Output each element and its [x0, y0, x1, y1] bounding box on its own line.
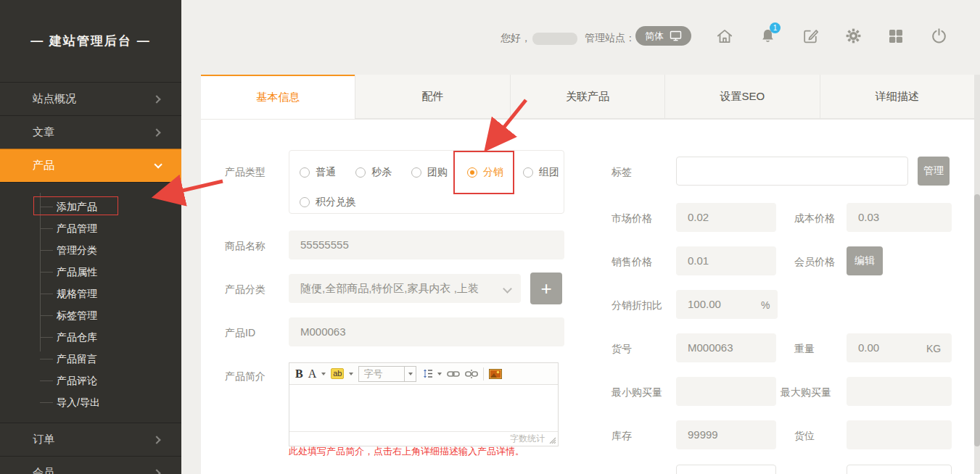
home-icon[interactable]: [715, 27, 734, 46]
language-switch-button[interactable]: 简体: [635, 26, 691, 46]
radio-dot: [523, 167, 533, 178]
toolbar-separator: [483, 367, 484, 381]
tags-input[interactable]: [676, 157, 908, 186]
logout-power-icon[interactable]: [929, 27, 948, 46]
intro-hint-text: 此处填写产品简介，点击右上角详细描述输入产品详情。: [289, 445, 524, 458]
radio-team-buy[interactable]: 组团: [523, 166, 559, 179]
product-id-input[interactable]: M000063: [289, 317, 564, 346]
language-label: 简体: [645, 30, 664, 43]
chevron-right-icon: [152, 436, 160, 444]
weight-label: 重量: [794, 343, 815, 356]
edit-icon[interactable]: [801, 27, 820, 46]
submenu-item-product-management[interactable]: 产品管理: [0, 217, 181, 239]
submenu-item-product-reviews[interactable]: 产品评论: [0, 370, 181, 391]
partial-input-left[interactable]: [676, 465, 776, 474]
sidebar: — 建站管理后台 — 站点概况 文章 产品 添加产品 产品管理 管理分类 产品属…: [0, 0, 181, 474]
product-category-select[interactable]: 随便,全部商品,特价区,家具内衣 ,上装: [289, 274, 521, 303]
submenu-item-product-messages[interactable]: 产品留言: [0, 348, 181, 370]
submenu-item-product-warehouse[interactable]: 产品仓库: [0, 326, 181, 348]
editor-content-area[interactable]: [289, 385, 558, 431]
annotation-box-add-product: [33, 196, 118, 215]
bold-icon[interactable]: B: [295, 367, 303, 381]
radio-dot: [300, 167, 310, 178]
item-no-label: 货号: [612, 343, 632, 356]
username-redacted: [532, 33, 577, 45]
kg-unit: KG: [926, 343, 941, 354]
edit-member-price-button[interactable]: 编辑: [847, 246, 883, 275]
tab-detailed-description[interactable]: 详细描述: [820, 75, 974, 119]
submenu-item-spec-management[interactable]: 规格管理: [0, 283, 181, 304]
settings-gear-icon[interactable]: [844, 27, 862, 46]
market-price-label: 市场价格: [612, 212, 652, 225]
highlight-caret-icon[interactable]: [349, 373, 353, 375]
sidebar-item-members[interactable]: 会员: [0, 456, 181, 474]
stock-input[interactable]: 99999: [676, 420, 776, 449]
product-category-label: 产品分类: [225, 283, 265, 296]
app-window: — 建站管理后台 — 站点概况 文章 产品 添加产品 产品管理 管理分类 产品属…: [0, 0, 980, 474]
location-input[interactable]: [847, 420, 952, 449]
radio-group-buy[interactable]: 团购: [411, 166, 448, 179]
apps-grid-icon[interactable]: [886, 27, 905, 46]
product-intro-label: 产品简介: [225, 370, 265, 383]
remove-link-icon[interactable]: [465, 369, 478, 379]
item-no-input[interactable]: M000063: [676, 333, 776, 362]
product-name-input[interactable]: 55555555: [289, 230, 564, 259]
submenu-item-tag-management[interactable]: 标签管理: [0, 304, 181, 326]
vertical-scrollbar[interactable]: [974, 75, 980, 474]
partial-input-right[interactable]: [847, 465, 952, 474]
tags-label: 标签: [612, 166, 632, 179]
manage-tags-button[interactable]: 管理: [918, 157, 950, 186]
tab-seo-settings[interactable]: 设置SEO: [664, 75, 819, 119]
insert-image-icon[interactable]: [489, 369, 502, 379]
tab-basic-info[interactable]: 基本信息: [201, 75, 355, 119]
max-purchase-input[interactable]: [847, 377, 952, 406]
editor-toolbar: B A ab 字号: [289, 363, 558, 385]
submenu-item-product-attributes[interactable]: 产品属性: [0, 261, 181, 283]
sidebar-item-articles[interactable]: 文章: [0, 115, 181, 149]
manage-site-label: 管理站点：: [585, 32, 635, 45]
distribution-discount-label: 分销折扣比: [612, 299, 662, 312]
font-color-caret-icon[interactable]: [321, 373, 326, 375]
sidebar-item-orders[interactable]: 订单: [0, 423, 181, 456]
greeting-text: 您好，: [501, 32, 531, 45]
resize-handle[interactable]: [548, 436, 556, 444]
radio-flash-sale[interactable]: 秒杀: [355, 166, 392, 179]
chevron-right-icon: [152, 128, 160, 136]
editor-statusbar: 字数统计: [289, 431, 558, 446]
line-height-caret-icon[interactable]: [437, 373, 442, 375]
market-price-input[interactable]: 0.02: [676, 203, 776, 232]
cost-price-input[interactable]: 0.03: [847, 203, 952, 232]
radio-normal[interactable]: 普通: [300, 166, 336, 179]
sidebar-item-label: 站点概况: [33, 92, 76, 106]
notifications-bell-icon[interactable]: 1: [758, 27, 777, 46]
font-color-icon[interactable]: A: [308, 367, 317, 381]
chevron-right-icon: [152, 95, 160, 103]
insert-link-icon[interactable]: [447, 370, 460, 378]
monitor-icon: [670, 30, 682, 41]
product-id-label: 产品ID: [225, 327, 255, 340]
rich-text-editor: B A ab 字号: [289, 362, 559, 446]
line-height-icon[interactable]: [421, 368, 432, 379]
main-panel: 基本信息 配件 关联产品 设置SEO 详细描述 产品类型 普通 秒杀 团购 分销…: [201, 75, 974, 474]
font-size-select[interactable]: 字号: [358, 366, 416, 382]
location-label: 货位: [794, 430, 815, 443]
chevron-right-icon: [152, 469, 160, 474]
sidebar-item-site-overview[interactable]: 站点概况: [0, 82, 181, 115]
tab-bar: 基本信息 配件 关联产品 设置SEO 详细描述: [201, 75, 974, 120]
submenu-item-import-export[interactable]: 导入/导出: [0, 391, 181, 413]
min-purchase-input[interactable]: [676, 377, 776, 406]
scrollbar-thumb[interactable]: [974, 194, 980, 446]
radio-dot: [411, 167, 421, 178]
chevron-down-icon: [503, 284, 512, 294]
add-category-button[interactable]: +: [530, 273, 562, 304]
chevron-down-icon: [154, 160, 162, 168]
submenu-item-manage-categories[interactable]: 管理分类: [0, 239, 181, 261]
app-title: — 建站管理后台 —: [0, 0, 181, 82]
sale-price-label: 销售价格: [612, 256, 652, 269]
products-submenu: 添加产品 产品管理 管理分类 产品属性 规格管理 标签管理 产品仓库 产品留言 …: [0, 182, 181, 423]
sale-price-input[interactable]: 0.01: [676, 246, 776, 275]
notification-badge: 1: [770, 22, 781, 33]
radio-dot: [355, 167, 366, 178]
radio-points-exchange[interactable]: 积分兑换: [300, 196, 356, 209]
highlight-color-icon[interactable]: ab: [331, 368, 344, 379]
